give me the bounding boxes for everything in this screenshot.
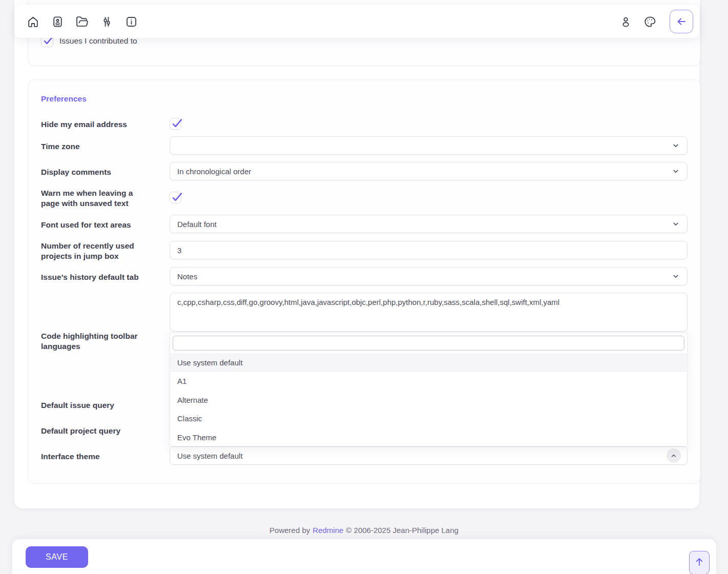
default-project-query-label: Default project query: [41, 426, 172, 436]
id-card-icon[interactable]: [51, 15, 64, 28]
user-icon[interactable]: [619, 15, 632, 28]
save-button[interactable]: SAVE: [26, 546, 88, 568]
display-comments-label: Display comments: [41, 167, 172, 177]
display-comments-select[interactable]: In chronological order: [170, 162, 688, 180]
recent-projects-label: Number of recently used projects in jump…: [41, 241, 151, 261]
check-icon: [171, 191, 183, 203]
redmine-link[interactable]: Redmine: [313, 526, 343, 535]
time-zone-select[interactable]: [170, 136, 688, 155]
page-footer: Powered by Redmine © 2006-2025 Jean-Phil…: [0, 526, 728, 535]
navbar-left-group: [27, 15, 619, 28]
warn-unsaved-checkbox[interactable]: [170, 192, 181, 203]
interface-theme-dropdown: Use system default A1 Alternate Classic …: [170, 333, 688, 446]
textarea-font-label: Font used for text areas: [41, 220, 172, 230]
chevron-down-icon: [671, 219, 681, 229]
interface-theme-select[interactable]: Use system default: [170, 446, 688, 465]
sliders-icon[interactable]: [100, 15, 113, 28]
chevron-up-circle: [667, 448, 681, 463]
check-icon: [171, 117, 183, 130]
footer-copyright: © 2006-2025 Jean-Philippe Lang: [346, 526, 459, 535]
theme-option-a1[interactable]: A1: [170, 372, 687, 391]
theme-search-input[interactable]: [173, 336, 684, 351]
theme-option-use-system-default[interactable]: Use system default: [170, 353, 687, 372]
chevron-down-icon: [671, 140, 681, 151]
top-navbar: [14, 5, 699, 38]
code-langs-label: Code highlighting toolbar languages: [41, 331, 161, 352]
chevron-down-icon: [671, 271, 681, 281]
interface-theme-label: Interface theme: [41, 452, 172, 462]
palette-icon[interactable]: [643, 15, 656, 28]
chevron-down-icon: [671, 166, 681, 176]
chevron-up-icon: [669, 451, 678, 460]
recent-projects-input[interactable]: [170, 241, 688, 259]
theme-option-alternate[interactable]: Alternate: [170, 391, 687, 409]
preferences-title: Preferences: [41, 94, 87, 104]
warn-unsaved-label: Warn me when leaving a page with unsaved…: [41, 188, 149, 209]
info-icon[interactable]: [125, 15, 138, 28]
theme-option-classic[interactable]: Classic: [170, 409, 687, 428]
hide-email-checkbox[interactable]: [170, 118, 181, 130]
code-langs-textarea[interactable]: c,cpp,csharp,css,diff,go,groovy,html,jav…: [170, 293, 688, 332]
default-issue-query-label: Default issue query: [41, 400, 172, 411]
interface-theme-value: Use system default: [177, 452, 243, 460]
arrow-up-icon: [694, 556, 705, 567]
textarea-font-value: Default font: [177, 220, 217, 229]
action-bar: SAVE: [12, 539, 716, 574]
history-tab-label: Issue's history default tab: [41, 272, 172, 282]
history-tab-value: Notes: [177, 272, 197, 281]
back-button[interactable]: [670, 10, 693, 33]
theme-option-evo-theme[interactable]: Evo Theme: [170, 428, 687, 447]
arrow-left-icon: [675, 15, 688, 28]
textarea-font-select[interactable]: Default font: [170, 215, 688, 233]
navbar-right-group: [619, 10, 693, 33]
scroll-top-button[interactable]: [689, 551, 710, 574]
history-tab-select[interactable]: Notes: [170, 267, 688, 285]
home-icon[interactable]: [27, 15, 39, 28]
display-comments-value: In chronological order: [177, 167, 251, 176]
time-zone-label: Time zone: [41, 141, 172, 152]
hide-email-label: Hide my email address: [41, 119, 172, 130]
preferences-card: Preferences Hide my email address Time z…: [28, 79, 700, 483]
footer-powered-by: Powered by: [269, 526, 310, 535]
folder-icon[interactable]: [76, 15, 89, 28]
